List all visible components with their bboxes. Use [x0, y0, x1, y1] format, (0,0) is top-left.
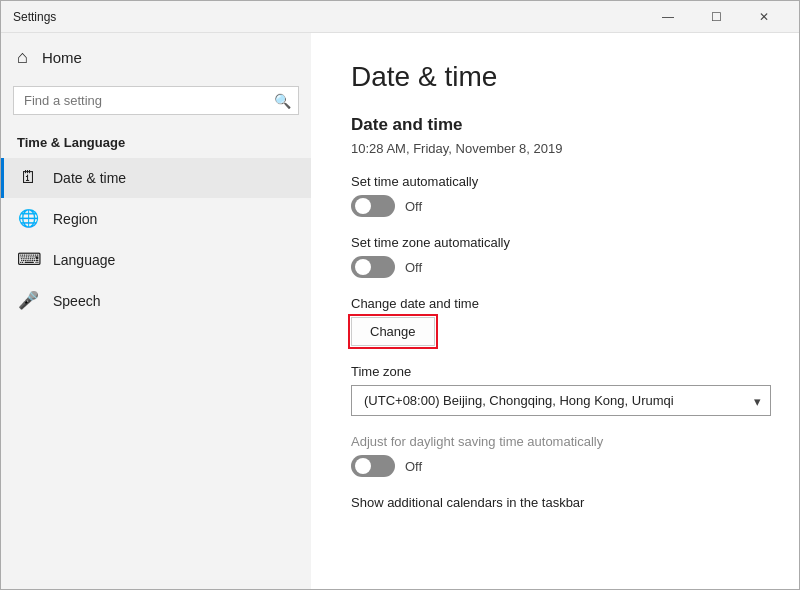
sidebar-item-date-time[interactable]: 🗓 Date & time: [1, 158, 311, 198]
close-button[interactable]: ✕: [741, 1, 787, 33]
change-datetime-row: Change date and time Change: [351, 296, 759, 346]
set-time-auto-toggle[interactable]: [351, 195, 395, 217]
set-timezone-auto-row: Set time zone automatically Off: [351, 235, 759, 278]
set-time-auto-state: Off: [405, 199, 422, 214]
sidebar-item-region[interactable]: 🌐 Region: [1, 198, 311, 239]
set-time-auto-toggle-container: Off: [351, 195, 759, 217]
change-datetime-label: Change date and time: [351, 296, 759, 311]
main-layout: ⌂ Home 🔍 Time & Language 🗓 Date & time 🌐…: [1, 33, 799, 590]
timezone-wrapper: (UTC+08:00) Beijing, Chongqing, Hong Kon…: [351, 385, 771, 416]
daylight-saving-state: Off: [405, 459, 422, 474]
sidebar-item-home[interactable]: ⌂ Home: [1, 33, 311, 82]
daylight-saving-toggle[interactable]: [351, 455, 395, 477]
date-time-icon: 🗓: [17, 168, 39, 188]
set-time-auto-thumb: [355, 198, 371, 214]
sidebar-section-title: Time & Language: [1, 127, 311, 158]
set-timezone-auto-track: [351, 256, 395, 278]
set-timezone-auto-toggle-container: Off: [351, 256, 759, 278]
daylight-saving-thumb: [355, 458, 371, 474]
speech-icon: 🎤: [17, 290, 39, 311]
timezone-label: Time zone: [351, 364, 759, 379]
set-time-auto-track: [351, 195, 395, 217]
current-datetime: 10:28 AM, Friday, November 8, 2019: [351, 141, 759, 156]
sidebar-item-label: Region: [53, 211, 97, 227]
sidebar-item-label: Language: [53, 252, 115, 268]
sidebar-home-label: Home: [42, 49, 82, 66]
content-area: Date & time Date and time 10:28 AM, Frid…: [311, 33, 799, 590]
set-time-auto-row: Set time automatically Off: [351, 174, 759, 217]
daylight-saving-row: Adjust for daylight saving time automati…: [351, 434, 759, 477]
section-title: Date and time: [351, 115, 759, 135]
home-icon: ⌂: [17, 47, 28, 68]
sidebar-item-label: Date & time: [53, 170, 126, 186]
set-timezone-auto-state: Off: [405, 260, 422, 275]
window-controls: — ☐ ✕: [645, 1, 787, 33]
app-title: Settings: [13, 10, 56, 24]
maximize-button[interactable]: ☐: [693, 1, 739, 33]
timezone-select[interactable]: (UTC+08:00) Beijing, Chongqing, Hong Kon…: [351, 385, 771, 416]
additional-calendars-row: Show additional calendars in the taskbar: [351, 495, 759, 510]
set-timezone-auto-label: Set time zone automatically: [351, 235, 759, 250]
change-button[interactable]: Change: [351, 317, 435, 346]
set-timezone-auto-toggle[interactable]: [351, 256, 395, 278]
search-box: 🔍: [13, 86, 299, 115]
timezone-row: Time zone (UTC+08:00) Beijing, Chongqing…: [351, 364, 759, 416]
daylight-saving-track: [351, 455, 395, 477]
sidebar-item-label: Speech: [53, 293, 100, 309]
sidebar-item-speech[interactable]: 🎤 Speech: [1, 280, 311, 321]
minimize-button[interactable]: —: [645, 1, 691, 33]
titlebar: Settings — ☐ ✕: [1, 1, 799, 33]
set-timezone-auto-thumb: [355, 259, 371, 275]
sidebar-item-language[interactable]: ⌨ Language: [1, 239, 311, 280]
set-time-auto-label: Set time automatically: [351, 174, 759, 189]
sidebar: ⌂ Home 🔍 Time & Language 🗓 Date & time 🌐…: [1, 33, 311, 590]
search-input[interactable]: [13, 86, 299, 115]
page-title: Date & time: [351, 61, 759, 93]
daylight-saving-toggle-container: Off: [351, 455, 759, 477]
daylight-saving-label: Adjust for daylight saving time automati…: [351, 434, 759, 449]
region-icon: 🌐: [17, 208, 39, 229]
additional-calendars-label: Show additional calendars in the taskbar: [351, 495, 759, 510]
language-icon: ⌨: [17, 249, 39, 270]
